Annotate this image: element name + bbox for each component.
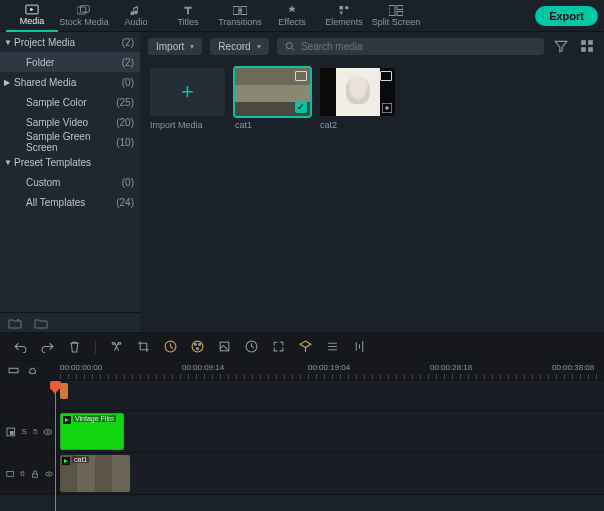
split-screen-icon	[389, 5, 403, 16]
svg-marker-1	[30, 7, 34, 11]
search-box[interactable]	[277, 38, 544, 55]
sidebar-item-sample-video[interactable]: Sample Video(20)	[0, 112, 140, 132]
grid-view-button[interactable]	[578, 37, 596, 55]
sidebar-item-shared-media[interactable]: ▶Shared Media(0)	[0, 72, 140, 92]
sidebar-item-custom[interactable]: Custom(0)	[0, 172, 140, 192]
play-icon	[63, 416, 71, 424]
chevron-down-icon: ▼	[4, 158, 12, 167]
sidebar-count: (25)	[116, 97, 134, 108]
sidebar-item-all-templates[interactable]: All Templates(24)	[0, 192, 140, 212]
clip-video[interactable]: cat1	[60, 455, 130, 492]
audio-mix-icon[interactable]	[353, 340, 366, 353]
timeline-section: 00:00:00:00 00:00:09:14 00:00:19:04 00:0…	[0, 332, 604, 495]
color-icon[interactable]	[191, 340, 204, 353]
sidebar-item-preset-templates[interactable]: ▼Preset Templates	[0, 152, 140, 172]
track-header[interactable]: 6	[0, 453, 60, 494]
sidebar-label: Sample Color	[26, 97, 87, 108]
chevron-down-icon: ▼	[4, 38, 12, 47]
media-grid: + Import Media cat1 cat2	[140, 60, 604, 138]
play-icon	[62, 457, 70, 465]
svg-point-34	[48, 473, 50, 475]
playhead[interactable]	[55, 381, 56, 511]
import-media-tile[interactable]: + Import Media	[150, 68, 225, 130]
track-body[interactable]: cat1	[60, 453, 604, 494]
folder-icon[interactable]	[34, 317, 48, 329]
sidebar-label: Sample Video	[26, 117, 88, 128]
new-folder-icon[interactable]	[8, 317, 22, 329]
sidebar-count: (0)	[122, 77, 134, 88]
import-dropdown[interactable]: Import▾	[148, 38, 202, 55]
svg-point-7	[345, 5, 349, 9]
track-header[interactable]: S 5	[0, 411, 60, 452]
ruler-time: 00:00:09:14	[182, 363, 224, 372]
track-number: 5	[33, 427, 37, 436]
redo-icon[interactable]	[41, 340, 54, 353]
svg-rect-6	[339, 5, 343, 9]
track-body[interactable]	[60, 381, 604, 410]
elements-icon	[337, 5, 351, 16]
timeline-ruler[interactable]: 00:00:00:00 00:00:09:14 00:00:19:04 00:0…	[60, 361, 604, 381]
sidebar-item-sample-green[interactable]: Sample Green Screen(10)	[0, 132, 140, 152]
plus-icon: +	[181, 79, 194, 105]
svg-rect-26	[9, 368, 18, 372]
tab-elements[interactable]: Elements	[318, 0, 370, 32]
sidebar-item-folder[interactable]: Folder(2)	[0, 52, 140, 72]
tab-audio[interactable]: Audio	[110, 0, 162, 32]
grid-icon	[580, 39, 594, 53]
green-screen-icon[interactable]	[218, 340, 231, 353]
timeline-ruler-row: 00:00:00:00 00:00:09:14 00:00:19:04 00:0…	[0, 361, 604, 381]
split-icon[interactable]	[110, 340, 123, 353]
svg-rect-16	[581, 47, 586, 52]
track-options-icon[interactable]	[326, 340, 339, 353]
svg-line-13	[291, 48, 294, 51]
media-tile-cat2[interactable]: cat2	[320, 68, 395, 130]
timeline-track-overlay: S 5 Vintage Film	[0, 411, 604, 453]
search-input[interactable]	[301, 41, 536, 52]
tab-stock-media[interactable]: Stock Media	[58, 0, 110, 32]
thumb-image	[320, 68, 395, 116]
eye-icon[interactable]	[45, 469, 53, 479]
crop-icon[interactable]	[137, 340, 150, 353]
timeline-tracks: S 5 Vintage Film 6	[0, 381, 604, 495]
tab-effects-label: Effects	[278, 17, 305, 27]
link-icon[interactable]	[27, 365, 38, 376]
marker-icon[interactable]	[299, 340, 312, 353]
svg-point-12	[286, 42, 292, 48]
chevron-down-icon: ▾	[190, 42, 194, 51]
tab-transitions[interactable]: Transitions	[214, 0, 266, 32]
lock-icon[interactable]	[31, 469, 39, 479]
clip-green-screen[interactable]: Vintage Film	[60, 413, 124, 450]
tab-titles[interactable]: Titles	[162, 0, 214, 32]
track-body[interactable]: Vintage Film	[60, 411, 604, 452]
record-dropdown[interactable]: Record▾	[210, 38, 268, 55]
svg-point-22	[199, 343, 201, 345]
media-tile-cat1[interactable]: cat1	[235, 68, 310, 130]
filter-button[interactable]	[552, 37, 570, 55]
duration-icon[interactable]	[245, 340, 258, 353]
add-to-timeline-icon[interactable]	[382, 103, 392, 113]
sidebar-item-project-media[interactable]: ▼Project Media(2)	[0, 32, 140, 52]
clip-label: cat1	[72, 456, 89, 463]
undo-icon[interactable]	[14, 340, 27, 353]
eye-icon[interactable]	[43, 427, 53, 437]
svg-point-21	[194, 343, 196, 345]
tab-transitions-label: Transitions	[218, 17, 262, 27]
sidebar-count: (2)	[122, 57, 134, 68]
fullscreen-icon[interactable]	[272, 340, 285, 353]
sidebar-count: (0)	[122, 177, 134, 188]
marker-pin[interactable]	[60, 383, 68, 399]
tab-effects[interactable]: Effects	[266, 0, 318, 32]
export-button[interactable]: Export	[535, 6, 598, 26]
tab-media[interactable]: Media	[6, 0, 58, 32]
ruler-time: 00:00:28:18	[430, 363, 472, 372]
sidebar-count: (24)	[116, 197, 134, 208]
sidebar-label: All Templates	[26, 197, 85, 208]
delete-icon[interactable]	[68, 340, 81, 353]
sidebar-count: (2)	[122, 37, 134, 48]
tab-split-screen[interactable]: Split Screen	[370, 0, 422, 32]
sidebar-item-sample-color[interactable]: Sample Color(25)	[0, 92, 140, 112]
shrink-icon[interactable]	[8, 365, 19, 376]
speed-icon[interactable]	[164, 340, 177, 353]
chevron-right-icon: ▶	[4, 78, 10, 87]
sidebar-footer	[0, 312, 140, 332]
